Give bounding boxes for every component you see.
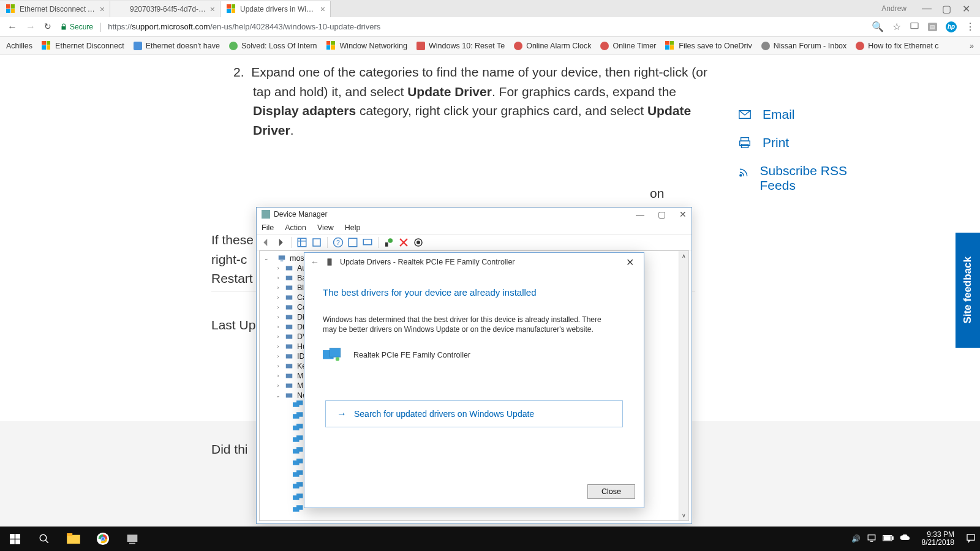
email-link[interactable]: Email	[738, 107, 861, 122]
bookmarks-overflow-icon[interactable]: »	[970, 42, 974, 50]
rss-link[interactable]: Subscribe RSS Feeds	[738, 163, 861, 193]
svg-rect-20	[286, 286, 293, 290]
svg-point-68	[102, 538, 105, 541]
tb-icon[interactable]	[311, 237, 322, 248]
svg-rect-69	[127, 534, 138, 542]
tb-icon[interactable]	[347, 237, 358, 248]
bookmark-item[interactable]: Files save to OneDriv	[665, 41, 752, 51]
svg-rect-0	[911, 23, 918, 28]
taskbar-app[interactable]	[118, 527, 147, 551]
taskbar-file-explorer[interactable]	[59, 527, 88, 551]
network-adapter-icon[interactable]	[293, 505, 304, 514]
occluded-text-fragment: If these right-c Restart	[211, 230, 254, 288]
menu-view[interactable]: View	[317, 223, 334, 232]
nav-forward-icon[interactable]	[275, 237, 286, 248]
pdf-icon[interactable]: ▤	[928, 23, 937, 31]
scroll-down-icon[interactable]: ∨	[679, 511, 688, 520]
svg-rect-28	[286, 364, 293, 369]
bookmark-item[interactable]: Windows 10: Reset Te	[417, 42, 505, 50]
upd-titlebar[interactable]: ← Update Drivers - Realtek PCIe FE Famil…	[304, 253, 644, 271]
search-button[interactable]	[29, 527, 59, 551]
volume-icon[interactable]: 🔊	[851, 534, 861, 543]
site-feedback-tab[interactable]: Site feedback	[956, 233, 980, 348]
chrome-user-label[interactable]: Andrew	[881, 4, 907, 13]
svg-rect-16	[279, 255, 285, 260]
network-adapter-icon[interactable]	[293, 435, 304, 444]
maximize-button[interactable]: ▢	[942, 4, 951, 13]
dm-close-button[interactable]: ✕	[679, 209, 687, 219]
back-arrow-icon[interactable]: ←	[311, 257, 319, 267]
scan-icon[interactable]	[362, 237, 373, 248]
network-adapter-icon[interactable]	[293, 400, 304, 409]
bookmark-item[interactable]: Solved: Loss Of Intern	[229, 42, 317, 50]
back-button[interactable]: ←	[7, 21, 17, 32]
tree-print-queues[interactable]: Print queues	[297, 520, 340, 521]
close-tab-icon[interactable]: ×	[320, 4, 325, 14]
network-adapter-icon[interactable]	[293, 493, 304, 502]
close-tab-icon[interactable]: ×	[100, 4, 105, 14]
help-icon[interactable]: ?	[333, 237, 344, 248]
network-adapter-icon[interactable]	[293, 482, 304, 490]
network-adapter-icon[interactable]	[293, 447, 304, 455]
print-link[interactable]: Print	[738, 135, 861, 150]
dm-maximize-button[interactable]: ▢	[658, 209, 666, 219]
bookmark-item[interactable]: Window Networking	[326, 41, 407, 51]
scroll-up-icon[interactable]: ∧	[679, 251, 688, 261]
battery-icon[interactable]	[883, 534, 894, 544]
chrome-menu-icon[interactable]: ⋮	[965, 21, 975, 32]
taskbar-chrome[interactable]	[88, 527, 118, 551]
update-icon[interactable]	[413, 237, 424, 248]
bookmark-item[interactable]: Achilles	[6, 42, 32, 50]
upd-close-icon[interactable]: ✕	[622, 257, 638, 268]
browser-tab-2[interactable]: 920703f9-64f5-4d7d-b22 ×	[110, 1, 221, 17]
network-adapter-icon[interactable]	[293, 459, 304, 467]
enable-icon[interactable]	[383, 237, 394, 248]
dm-titlebar[interactable]: Device Manager — ▢ ✕	[257, 208, 692, 221]
svg-rect-45	[296, 470, 303, 475]
browser-tab-3-active[interactable]: Update drivers in Windo ×	[221, 1, 331, 17]
network-adapter-icon[interactable]	[293, 412, 304, 421]
secure-label: Secure	[70, 23, 93, 31]
menu-action[interactable]: Action	[285, 223, 306, 232]
bookmark-item[interactable]: Ethernet doesn't have	[134, 42, 220, 50]
tb-icon[interactable]	[296, 237, 307, 248]
device-category-icon	[284, 332, 294, 341]
bookmark-item[interactable]: Online Alarm Clock	[514, 42, 591, 50]
bookmark-item[interactable]: Nissan Forum - Inbox	[761, 42, 846, 50]
close-button[interactable]: Close	[587, 484, 635, 499]
display-icon[interactable]	[867, 534, 876, 544]
minimize-button[interactable]: —	[922, 4, 931, 13]
network-adapter-icon[interactable]	[293, 424, 304, 432]
action-center-icon[interactable]	[965, 533, 976, 545]
zoom-icon[interactable]: 🔍	[872, 21, 884, 32]
bookmark-item[interactable]: Ethernet Disconnect	[42, 41, 124, 51]
close-window-button[interactable]: ✕	[962, 4, 970, 13]
hp-icon[interactable]: hp	[946, 21, 957, 32]
forward-button[interactable]: →	[26, 21, 36, 32]
start-button[interactable]	[0, 527, 29, 551]
dm-menubar: File Action View Help	[257, 221, 692, 234]
dm-scrollbar[interactable]: ∧ ∨	[679, 251, 688, 520]
svg-rect-41	[296, 447, 303, 452]
bookmark-item[interactable]: How to fix Ethernet c	[856, 42, 938, 50]
svg-rect-43	[296, 459, 303, 463]
taskbar-clock[interactable]: 9:33 PM 8/21/2018	[918, 531, 958, 547]
disable-icon[interactable]	[398, 237, 409, 248]
reload-button[interactable]: ↻	[44, 21, 51, 32]
search-windows-update-button[interactable]: → Search for updated drivers on Windows …	[325, 400, 623, 427]
secure-indicator[interactable]: Secure	[60, 23, 93, 31]
svg-rect-51	[296, 505, 303, 510]
close-tab-icon[interactable]: ×	[210, 4, 215, 14]
menu-file[interactable]: File	[262, 223, 274, 232]
browser-tab-1[interactable]: Ethernet Disconnect Afte ×	[0, 1, 110, 17]
svg-rect-17	[281, 261, 284, 261]
nav-back-icon[interactable]	[260, 237, 271, 248]
network-adapter-icon[interactable]	[293, 470, 304, 479]
onedrive-icon[interactable]	[900, 534, 911, 544]
bookmark-item[interactable]: Online Timer	[600, 42, 656, 50]
dm-minimize-button[interactable]: —	[636, 209, 644, 219]
menu-help[interactable]: Help	[345, 223, 361, 232]
url-text[interactable]: https://support.microsoft.com/en-us/help…	[108, 22, 380, 31]
cast-icon[interactable]	[910, 21, 919, 33]
star-icon[interactable]: ☆	[892, 21, 901, 32]
